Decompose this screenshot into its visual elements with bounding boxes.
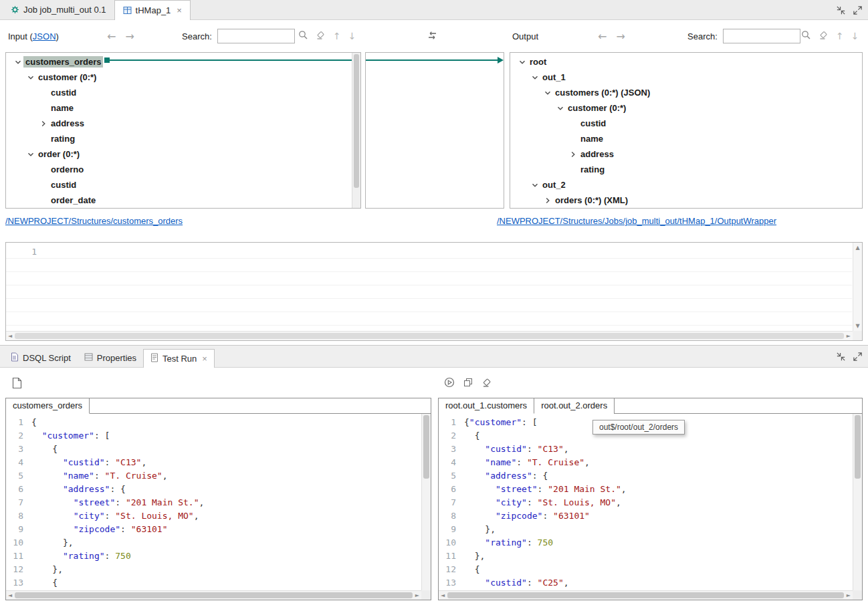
tab-customers-orders[interactable]: customers_orders xyxy=(6,398,90,414)
tree-node[interactable]: order_date xyxy=(6,193,360,208)
clear-icon[interactable] xyxy=(481,377,492,390)
scroll-left-icon[interactable]: ◄ xyxy=(8,592,12,598)
vertical-scrollbar[interactable] xyxy=(421,414,431,590)
tree-node[interactable]: customers_orders xyxy=(6,54,360,70)
chevron-right-icon[interactable] xyxy=(38,118,49,129)
close-icon[interactable]: × xyxy=(177,5,182,15)
mapping-line[interactable] xyxy=(110,59,352,61)
scrollbar-thumb[interactable] xyxy=(15,592,413,598)
tab-thmap-editor[interactable]: tHMap_1 × xyxy=(114,0,191,20)
tab-properties[interactable]: Properties xyxy=(78,348,143,367)
maximize-icon[interactable] xyxy=(853,5,863,15)
chevron-down-icon[interactable] xyxy=(25,72,36,83)
tree-node[interactable]: root xyxy=(510,54,862,70)
tab-dsql-script[interactable]: DSQL Script xyxy=(4,348,78,367)
output-search-field[interactable] xyxy=(723,29,800,43)
vertical-scrollbar[interactable] xyxy=(853,414,862,590)
tree-node[interactable]: orders (0:*) (XML) xyxy=(510,193,862,208)
chevron-down-icon[interactable] xyxy=(13,57,23,68)
back-icon[interactable]: ← xyxy=(107,30,116,43)
chevron-down-icon[interactable] xyxy=(530,180,540,191)
chevron-down-icon[interactable] xyxy=(542,88,553,98)
scroll-right-icon[interactable]: ► xyxy=(847,333,851,339)
clear-icon[interactable] xyxy=(316,30,326,42)
horizontal-scrollbar[interactable]: ◄ ► xyxy=(6,590,421,600)
swap-icon[interactable] xyxy=(427,30,438,43)
tree-node[interactable]: orderno xyxy=(6,162,360,177)
input-tree-scrollbar[interactable] xyxy=(352,53,360,208)
tab-test-run[interactable]: Test Run × xyxy=(143,349,215,368)
minimize-icon[interactable] xyxy=(836,5,846,15)
line-number: 2 xyxy=(6,429,23,443)
input-structure-link[interactable]: /NEWPROJECT/Structures/customers_orders xyxy=(5,216,183,226)
horizontal-scrollbar[interactable]: ◄ ► xyxy=(439,590,853,600)
tree-node[interactable]: out_2 xyxy=(510,177,862,193)
magnifier-icon[interactable] xyxy=(801,30,811,42)
input-format-link[interactable]: JSON xyxy=(33,31,56,41)
tree-node[interactable]: rating xyxy=(6,131,360,146)
chevron-right-icon[interactable] xyxy=(568,149,578,160)
arrow-up-icon[interactable]: ↑ xyxy=(333,31,341,41)
mapping-line[interactable] xyxy=(366,59,498,61)
tree-node[interactable]: out_1 xyxy=(510,70,862,85)
scroll-left-icon[interactable]: ◄ xyxy=(8,333,12,339)
input-tree-panel: customers_orderscustomer (0:*)custidname… xyxy=(5,52,361,209)
test-output-editor[interactable]: 1{"customer": [2 {3 "custid": "C13",4 "n… xyxy=(439,414,853,590)
tree-node[interactable]: rating xyxy=(510,162,862,177)
scrollbar-thumb[interactable] xyxy=(447,592,844,598)
forward-icon[interactable]: → xyxy=(616,30,625,43)
clear-icon[interactable] xyxy=(819,30,829,42)
scroll-right-icon[interactable]: ► xyxy=(847,592,851,598)
forward-icon[interactable]: → xyxy=(125,30,134,43)
back-icon[interactable]: ← xyxy=(598,30,607,43)
scrollbar-thumb[interactable] xyxy=(354,54,359,188)
tree-node[interactable]: order (0:*) xyxy=(6,146,360,162)
tree-node[interactable]: customer (0:*) xyxy=(510,100,862,116)
copy-icon[interactable] xyxy=(463,377,473,390)
scroll-left-icon[interactable]: ◄ xyxy=(441,592,445,598)
scrollbar-thumb[interactable] xyxy=(855,415,861,479)
chevron-right-icon[interactable] xyxy=(542,195,553,206)
minimize-icon[interactable] xyxy=(836,352,846,362)
tree-node[interactable]: address xyxy=(510,146,862,162)
tree-node-label: customer (0:*) xyxy=(566,102,628,114)
arrow-down-icon[interactable]: ↓ xyxy=(851,31,859,41)
run-icon[interactable] xyxy=(444,377,455,390)
maximize-icon[interactable] xyxy=(853,352,863,362)
close-icon[interactable]: × xyxy=(202,354,207,364)
chevron-down-icon[interactable] xyxy=(25,149,36,160)
code-text: "address": { xyxy=(464,469,548,483)
scrollbar-thumb[interactable] xyxy=(15,333,844,339)
tab-root-out2-orders[interactable]: root.out_2.orders xyxy=(534,398,615,414)
scroll-up-icon[interactable]: ▲ xyxy=(853,245,862,251)
arrow-up-icon[interactable]: ↑ xyxy=(836,31,844,41)
scroll-down-icon[interactable]: ▼ xyxy=(853,323,862,329)
tree-node[interactable]: customer (0:*) xyxy=(6,70,360,85)
expression-editor[interactable]: 1 ▲ ▼ ◄ ► xyxy=(5,242,863,341)
tab-job-editor[interactable]: Job job_multi_out 0.1 xyxy=(3,0,114,19)
horizontal-scrollbar[interactable]: ◄ ► xyxy=(6,331,853,340)
swap-group xyxy=(427,21,438,51)
tree-node[interactable]: name xyxy=(510,131,862,146)
expression-editor-content[interactable] xyxy=(6,245,852,330)
tree-node[interactable]: address xyxy=(6,116,360,131)
tree-node[interactable]: custid xyxy=(6,177,360,193)
output-structure-link[interactable]: /NEWPROJECT/Structures/Jobs/job_multi_ou… xyxy=(497,216,776,226)
tree-node[interactable]: custid xyxy=(510,116,862,131)
input-search-field[interactable] xyxy=(217,29,295,43)
tree-node[interactable]: customers (0:*) (JSON) xyxy=(510,85,862,100)
chevron-down-icon[interactable] xyxy=(555,103,566,114)
test-input-editor[interactable]: 1{2 "customer": [3 {4 "custid": "C13",5 … xyxy=(6,414,421,590)
chevron-down-icon[interactable] xyxy=(530,72,540,83)
magnifier-icon[interactable] xyxy=(298,30,308,42)
vertical-scrollbar[interactable]: ▲ ▼ xyxy=(853,243,862,331)
code-line: 7 "street": "201 Main St.", xyxy=(6,496,421,509)
tree-node[interactable]: custid xyxy=(6,85,360,100)
scrollbar-thumb[interactable] xyxy=(423,415,429,479)
chevron-down-icon[interactable] xyxy=(517,57,528,68)
tree-node[interactable]: name xyxy=(6,100,360,116)
tab-root-out1-customers[interactable]: root.out_1.customers xyxy=(439,398,534,414)
arrow-down-icon[interactable]: ↓ xyxy=(348,31,356,41)
scroll-right-icon[interactable]: ► xyxy=(415,592,419,598)
new-file-icon[interactable] xyxy=(12,377,22,389)
